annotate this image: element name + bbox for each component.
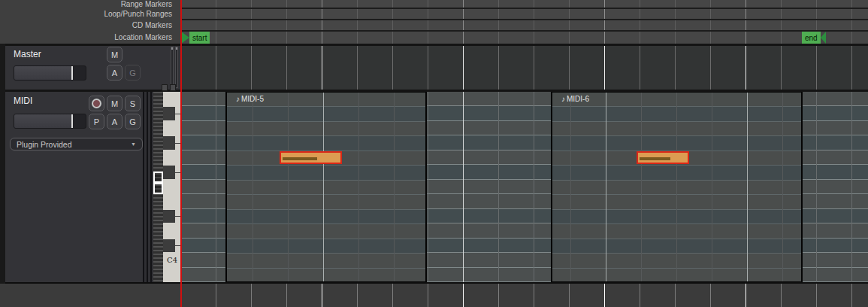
region-pitch-row bbox=[227, 121, 425, 135]
beat-line bbox=[358, 93, 359, 282]
bar-line bbox=[463, 92, 464, 282]
bar-line bbox=[604, 0, 605, 44]
end-marker[interactable]: end bbox=[802, 32, 826, 44]
start-marker[interactable]: start bbox=[181, 32, 210, 44]
midi-note[interactable] bbox=[637, 151, 689, 164]
midi-scroomer[interactable] bbox=[153, 92, 163, 282]
beat-line bbox=[357, 46, 358, 90]
beat-line bbox=[781, 0, 782, 44]
lower-gutter-grid bbox=[181, 284, 868, 307]
beat-line bbox=[781, 284, 782, 307]
marker-arrow-icon bbox=[821, 32, 826, 44]
beat-line bbox=[498, 92, 499, 282]
midi-automation-button[interactable]: A bbox=[107, 114, 122, 129]
bar-line bbox=[746, 284, 746, 307]
ruler-area: Range MarkersLoop/Punch RangesCD Markers… bbox=[0, 0, 868, 44]
beat-line bbox=[640, 0, 640, 44]
midi-mute-button[interactable]: M bbox=[107, 96, 122, 111]
master-automation-button[interactable]: A bbox=[107, 65, 122, 81]
master-track-lane[interactable] bbox=[181, 46, 868, 90]
midi-group-button[interactable]: G bbox=[125, 114, 141, 129]
key-octave-label: C4 bbox=[165, 256, 180, 264]
master-gain-fader[interactable] bbox=[14, 65, 86, 81]
chevron-down-icon: ▼ bbox=[131, 141, 136, 147]
midi-patch-dropdown[interactable]: Plugin Provided ▼ bbox=[10, 138, 143, 150]
region-pitch-row bbox=[227, 239, 425, 253]
beat-line bbox=[392, 0, 393, 44]
beat-line bbox=[216, 0, 216, 44]
beat-line bbox=[710, 46, 711, 90]
ruler-lanes[interactable] bbox=[181, 0, 868, 44]
beat-line bbox=[216, 46, 216, 90]
region-pitch-row bbox=[227, 209, 425, 223]
midi-record-arm-button[interactable] bbox=[89, 96, 104, 111]
master-group-button[interactable]: G bbox=[125, 65, 141, 81]
beat-line bbox=[675, 0, 676, 44]
beat-line bbox=[286, 0, 287, 44]
beat-line bbox=[392, 284, 393, 307]
midi-solo-button[interactable]: S bbox=[125, 96, 141, 111]
beat-line bbox=[251, 284, 252, 307]
marker-arrow-icon bbox=[181, 32, 189, 44]
beat-line bbox=[251, 46, 252, 90]
ruler-row-label: Range Markers bbox=[0, 0, 172, 8]
beat-line bbox=[851, 46, 852, 90]
black-key[interactable] bbox=[163, 136, 175, 149]
midi-track-name[interactable]: MIDI bbox=[14, 96, 32, 106]
beat-line bbox=[782, 93, 783, 282]
playhead-cursor[interactable] bbox=[180, 0, 182, 307]
black-key[interactable] bbox=[163, 166, 175, 178]
master-fader-handle[interactable] bbox=[71, 66, 73, 80]
beat-line bbox=[569, 284, 570, 307]
black-key[interactable] bbox=[163, 239, 175, 252]
black-key[interactable] bbox=[163, 107, 175, 120]
black-key[interactable] bbox=[163, 210, 175, 223]
beat-line bbox=[428, 92, 428, 282]
beat-line bbox=[675, 284, 676, 307]
beat-line bbox=[816, 284, 817, 307]
note-velocity-line bbox=[283, 157, 317, 160]
piano-keyboard[interactable]: C4 bbox=[163, 92, 181, 282]
beat-line bbox=[781, 46, 782, 90]
beat-line bbox=[851, 284, 852, 307]
note-icon: ♪ bbox=[236, 95, 240, 103]
region-pitch-row bbox=[227, 194, 425, 208]
bar-line bbox=[322, 0, 322, 44]
region-pitch-row bbox=[227, 106, 425, 120]
scroomer-handle-bottom[interactable] bbox=[153, 183, 163, 194]
bar-line bbox=[463, 284, 464, 307]
midi-gain-fader[interactable] bbox=[14, 114, 86, 129]
midi-region[interactable]: ♪MIDI-5 bbox=[225, 92, 427, 282]
master-track-name[interactable]: Master bbox=[14, 49, 41, 59]
beat-line bbox=[710, 0, 711, 44]
bar-line bbox=[746, 0, 746, 44]
note-icon: ♪ bbox=[561, 95, 565, 103]
midi-patch-value: Plugin Provided bbox=[17, 140, 72, 149]
beat-line bbox=[498, 46, 499, 90]
midi-note[interactable] bbox=[280, 151, 342, 164]
beat-line bbox=[851, 0, 852, 44]
ruler-row-divider bbox=[181, 30, 868, 32]
beat-line bbox=[286, 284, 287, 307]
midi-track-lane[interactable]: ♪MIDI-5♪MIDI-6 bbox=[181, 92, 868, 282]
beat-line bbox=[851, 92, 852, 282]
beat-line bbox=[816, 92, 817, 282]
bar-line bbox=[746, 46, 746, 90]
bar-line bbox=[322, 284, 322, 307]
master-mute-button[interactable]: M bbox=[107, 47, 122, 62]
marker-label: end bbox=[805, 34, 818, 42]
beat-line bbox=[712, 93, 712, 282]
scroomer-handle-top[interactable] bbox=[153, 172, 163, 183]
midi-channel-button-b[interactable] bbox=[170, 84, 176, 91]
midi-region[interactable]: ♪MIDI-6 bbox=[551, 92, 803, 282]
midi-channel-button-a[interactable] bbox=[162, 84, 168, 91]
beat-line bbox=[357, 0, 358, 44]
bar-line bbox=[604, 284, 605, 307]
note-velocity-line bbox=[640, 157, 670, 160]
midi-playlist-button[interactable]: P bbox=[89, 114, 104, 129]
track-resize-grip[interactable] bbox=[143, 92, 153, 282]
midi-fader-handle[interactable] bbox=[71, 114, 73, 128]
beat-line bbox=[641, 93, 642, 282]
marker-label: start bbox=[192, 34, 207, 42]
region-name-text: MIDI-6 bbox=[567, 95, 589, 103]
